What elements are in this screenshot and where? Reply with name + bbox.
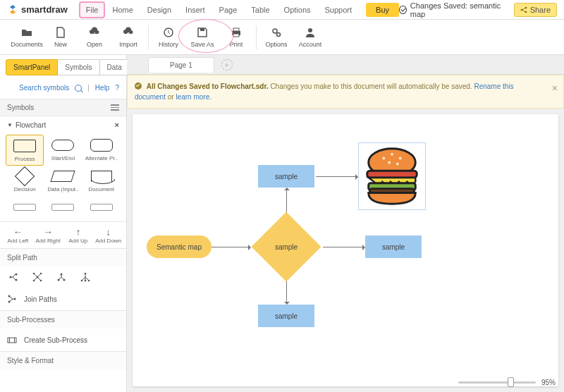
panel-tabs: SmartPanelSymbolsData× (0, 55, 126, 80)
symbol-doc[interactable]: Document (82, 166, 121, 195)
menu-file[interactable]: File (79, 1, 106, 18)
svg-point-33 (382, 157, 385, 160)
logo[interactable]: smartdraw (7, 4, 68, 16)
tab-data[interactable]: Data (99, 59, 130, 75)
subprocess-icon (7, 335, 17, 345)
add-up-button[interactable]: ↑Add Up (63, 226, 94, 244)
zoom-control: 95% (458, 379, 556, 386)
left-panel: SmartPanelSymbolsData× Search symbols | … (0, 55, 127, 392)
process-node-right[interactable]: sample (365, 235, 422, 258)
saveas-button[interactable]: Save As (185, 22, 219, 53)
share-icon (520, 6, 527, 13)
arrow-icon: ↑ (75, 226, 80, 238)
symbol-category[interactable]: ▼ Flowchart × (0, 116, 126, 133)
new-button[interactable]: New (44, 22, 78, 53)
zoom-thumb[interactable] (508, 377, 514, 387)
svg-point-34 (391, 153, 393, 156)
add-tools: ←Add Left→Add Right↑Add Up↓Add Down (0, 221, 126, 248)
image-node[interactable] (358, 142, 426, 210)
symbol-item[interactable] (6, 197, 44, 220)
import-button[interactable]: Import (111, 22, 145, 53)
split-icon-3[interactable] (56, 272, 66, 282)
menu-table[interactable]: Table (244, 1, 276, 18)
toolbar: DocumentsNewOpenImportHistorySave AsPrin… (0, 20, 564, 55)
symbol-para[interactable]: Data (Input.. (44, 166, 82, 195)
canvas[interactable]: Semantic map sample sample sample sample (133, 114, 558, 386)
learn-more-link[interactable]: learn more (176, 93, 209, 101)
symbol-item[interactable] (44, 197, 82, 220)
check-icon (135, 82, 142, 90)
svg-point-10 (308, 28, 312, 32)
menu-options[interactable]: Options (277, 1, 318, 18)
help-icon[interactable]: ? (115, 84, 119, 92)
save-status-text: Changes Saved: semantic map (410, 1, 505, 18)
create-sub-label: Create Sub-Process (24, 336, 87, 344)
split-path-items (0, 267, 126, 288)
open-button[interactable]: Open (78, 22, 111, 53)
gears-icon (270, 27, 283, 38)
menu-home[interactable]: Home (105, 1, 140, 18)
page-tab[interactable]: Page 1 (148, 57, 214, 73)
split-icon-1[interactable] (8, 272, 18, 282)
symbols-section-header: Symbols (0, 99, 126, 116)
svg-point-35 (399, 157, 402, 160)
start-node[interactable]: Semantic map (147, 235, 212, 258)
split-icon-2[interactable] (32, 272, 42, 282)
add-page-button[interactable]: + (221, 59, 233, 71)
menu-design[interactable]: Design (140, 1, 178, 18)
process-node-top[interactable]: sample (258, 165, 314, 188)
symbol-diam[interactable]: Decision (6, 166, 44, 195)
symbol-round[interactable]: Start/End (44, 135, 82, 166)
menu-insert[interactable]: Insert (178, 1, 212, 18)
menu-icon[interactable] (111, 104, 119, 111)
documents-button[interactable]: Documents (10, 22, 44, 53)
symbol-grid: ProcessStart/EndAlternate Pr..DecisionDa… (0, 133, 126, 197)
help-link[interactable]: Help (95, 84, 110, 92)
buy-button[interactable]: Buy (366, 3, 399, 17)
create-sub-process-item[interactable]: Create Sub-Process (6, 331, 121, 348)
zoom-value: 95% (541, 379, 556, 386)
search-row: Search symbols | Help ? (0, 80, 126, 99)
tab-symbols[interactable]: Symbols (58, 59, 99, 75)
brand-text: smartdraw (21, 4, 68, 15)
connector[interactable] (316, 176, 357, 177)
add-down-button[interactable]: ↓Add Down (93, 226, 123, 244)
svg-point-37 (396, 162, 399, 165)
tab-smartpanel[interactable]: SmartPanel (6, 59, 58, 75)
decision-node[interactable]: sample (251, 227, 321, 267)
svg-rect-7 (233, 34, 239, 37)
svg-rect-29 (8, 338, 16, 343)
notif-text: Changes you make to this document will a… (270, 82, 472, 90)
style-format-header: Style & Format (0, 351, 126, 369)
arrow-icon: ← (13, 226, 23, 238)
join-icon (7, 294, 17, 304)
split-icon-4[interactable] (80, 272, 90, 282)
search-icon[interactable] (75, 85, 82, 92)
close-icon[interactable]: × (552, 81, 558, 96)
zoom-slider[interactable] (458, 381, 536, 384)
add-left-button[interactable]: ←Add Left (3, 226, 33, 244)
symbol-alt[interactable]: Alternate Pr.. (82, 135, 121, 166)
symbol-item[interactable] (82, 197, 121, 220)
connector[interactable] (212, 247, 250, 247)
join-paths-item[interactable]: Join Paths (6, 290, 121, 307)
file-icon (54, 27, 67, 38)
history-icon (162, 27, 175, 38)
search-symbols-link[interactable]: Search symbols (19, 84, 69, 92)
menu-support[interactable]: Support (318, 1, 360, 18)
folder-icon (20, 27, 33, 38)
connector[interactable] (323, 247, 364, 247)
process-node-bottom[interactable]: sample (258, 305, 314, 327)
notif-or: or (168, 93, 174, 101)
category-label: Flowchart (16, 121, 46, 129)
menu-page[interactable]: Page (212, 1, 245, 18)
options-button[interactable]: Options (259, 22, 293, 53)
arrow-icon: ↓ (106, 226, 111, 238)
share-button[interactable]: Share (514, 3, 557, 17)
account-button[interactable]: Account (293, 22, 327, 53)
close-icon[interactable]: × (115, 121, 119, 129)
svg-rect-38 (367, 171, 417, 178)
symbol-rect[interactable]: Process (6, 135, 44, 166)
add-right-button[interactable]: →Add Right (33, 226, 63, 244)
cloud-down-icon (88, 27, 101, 38)
